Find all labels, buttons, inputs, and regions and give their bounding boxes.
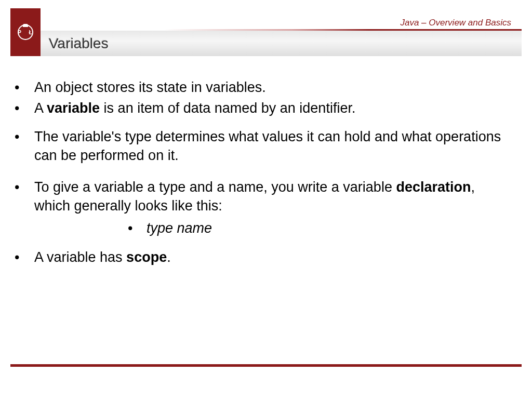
text-bold: scope [126,249,167,265]
sub-bullet-item: • type name [128,219,511,237]
bullet-item: • To give a variable a type and a name, … [14,178,511,216]
logo-icon: P Ł [14,21,37,44]
university-logo: P Ł [10,8,41,56]
text-bold: declaration [396,179,471,195]
text-segment: To give a variable a type and a name, yo… [34,179,396,195]
slide: Java – Overview and Basics Variables P Ł… [0,0,532,399]
bullet-text: A variable has scope. [34,248,511,267]
text-segment: A [34,100,47,116]
text-segment: A variable has [34,249,126,265]
header-subtitle: Java – Overview and Basics [400,18,511,28]
bullet-text: The variable's type determines what valu… [34,127,511,165]
bullet-item: • A variable is an item of data named by… [14,99,511,117]
logo-letters: P Ł [14,30,37,35]
text-segment: is an item of data named by an identifie… [100,100,355,116]
bullet-item: • The variable's type determines what va… [14,127,511,165]
bullet-text: An object stores its state in variables. [34,78,511,97]
bullet-dot-icon: • [14,178,34,216]
footer-rule [10,364,522,367]
bullet-text: To give a variable a type and a name, yo… [34,178,511,216]
bullet-dot-icon: • [14,248,34,267]
content-area: • An object stores its state in variable… [14,78,511,269]
bullet-dot-icon: • [14,127,34,165]
bullet-item: • A variable has scope. [14,248,511,267]
bullet-dot-icon: • [14,99,34,117]
bullet-text: A variable is an item of data named by a… [34,99,511,117]
text-bold: variable [47,100,100,116]
bullet-dot-icon: • [14,78,34,97]
code-example: type name [147,219,212,237]
slide-title: Variables [49,35,109,52]
text-segment: . [167,249,171,265]
bullet-dot-icon: • [128,219,147,237]
bullet-item: • An object stores its state in variable… [14,78,511,97]
